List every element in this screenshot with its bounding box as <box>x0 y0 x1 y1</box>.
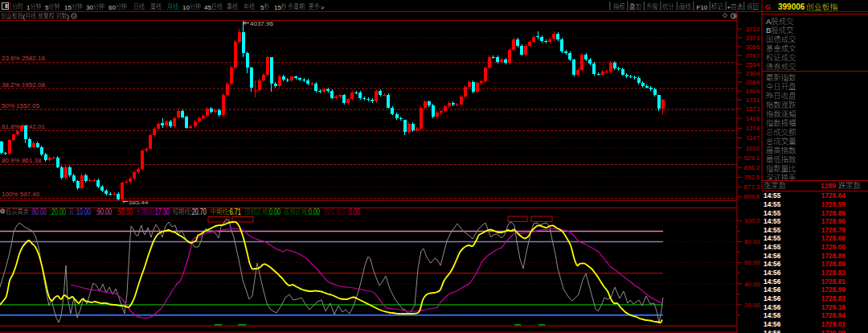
svg-text:14:55: 14:55 <box>764 191 781 199</box>
svg-text:40.00: 40.00 <box>744 281 760 288</box>
svg-text:100% 597.40: 100% 597.40 <box>2 191 40 198</box>
svg-text:1728.55: 1728.55 <box>821 200 846 208</box>
svg-text:1729.09: 1729.09 <box>821 329 846 333</box>
svg-text:1728.89: 1728.89 <box>821 209 846 217</box>
svg-text:14:55: 14:55 <box>764 200 781 208</box>
svg-text:14:56: 14:56 <box>764 320 781 328</box>
svg-text:1573: 1573 <box>746 105 760 113</box>
svg-text:1: 1 <box>27 4 31 11</box>
svg-text:>: > <box>321 4 325 11</box>
svg-text:752.5: 752.5 <box>743 174 760 181</box>
svg-text:3373: 3373 <box>746 35 760 42</box>
svg-text:3066: 3066 <box>746 43 760 51</box>
svg-text:3710: 3710 <box>746 26 760 33</box>
svg-text:1728.99: 1728.99 <box>821 286 846 294</box>
svg-text:15: 15 <box>64 4 72 11</box>
svg-text:1729.00: 1729.00 <box>821 243 846 251</box>
svg-text:61.8% 1242.01: 61.8% 1242.01 <box>2 123 45 130</box>
svg-text:5: 5 <box>260 4 264 11</box>
svg-text:1729.01: 1729.01 <box>821 320 846 328</box>
svg-text:1289: 1289 <box>821 182 836 190</box>
svg-text:1032: 1032 <box>746 145 760 152</box>
svg-text::6.71: :6.71 <box>228 208 241 216</box>
svg-text:1729.16: 1729.16 <box>821 303 846 311</box>
svg-text:1728.81: 1728.81 <box>821 278 846 286</box>
svg-text:14:56: 14:56 <box>764 260 781 268</box>
svg-text:609.6: 609.6 <box>743 193 760 200</box>
svg-text:14:55: 14:55 <box>764 234 781 242</box>
svg-text:10: 10 <box>182 4 190 11</box>
svg-text:1728.83: 1728.83 <box>821 294 846 302</box>
svg-text:F10: F10 <box>697 4 708 11</box>
svg-text:1731: 1731 <box>746 97 760 104</box>
svg-text:929.1: 929.1 <box>743 154 760 162</box>
svg-text:1728.79: 1728.79 <box>821 226 846 234</box>
svg-text:80.00: 80.00 <box>744 238 760 245</box>
svg-text:14:55: 14:55 <box>764 226 781 234</box>
svg-text:1728.89: 1728.89 <box>821 260 846 268</box>
svg-text:2094: 2094 <box>746 79 760 86</box>
svg-text:38.2% 1952.08: 38.2% 1952.08 <box>2 81 45 88</box>
svg-text::80.00: :80.00 <box>31 208 47 216</box>
svg-text:60.00: 60.00 <box>744 259 760 266</box>
svg-text:50% 1557.05: 50% 1557.05 <box>2 102 40 109</box>
svg-text:14:55: 14:55 <box>764 217 781 225</box>
svg-text::17.30: :17.30 <box>154 208 170 216</box>
svg-text:5: 5 <box>45 4 49 11</box>
svg-text::10.00: :10.00 <box>75 208 91 216</box>
svg-text:B: B <box>766 26 771 35</box>
svg-text:+: + <box>727 4 731 11</box>
svg-text:45: 45 <box>204 4 211 11</box>
svg-text::20.70: :20.70 <box>190 208 207 216</box>
svg-text:1904: 1904 <box>746 88 760 95</box>
svg-text:23.6% 2582.16: 23.6% 2582.16 <box>2 55 45 62</box>
svg-text:1728.94: 1728.94 <box>821 311 846 319</box>
svg-text:30: 30 <box>86 4 93 11</box>
svg-text::0.00: :0.00 <box>268 208 280 216</box>
svg-text:1728.64: 1728.64 <box>821 191 846 199</box>
svg-text:14:56: 14:56 <box>764 294 781 302</box>
svg-text:399006: 399006 <box>778 2 805 11</box>
svg-text:1728.66: 1728.66 <box>821 234 846 242</box>
svg-text::0.00: :0.00 <box>347 208 360 216</box>
svg-text:1728.96: 1728.96 <box>821 217 846 225</box>
svg-text:60: 60 <box>108 4 116 11</box>
svg-text:1274: 1274 <box>746 125 760 132</box>
svg-text:677.3: 677.3 <box>743 183 760 191</box>
svg-text:15: 15 <box>274 4 281 11</box>
svg-text:G: G <box>765 3 771 11</box>
svg-text:4037.96: 4037.96 <box>250 20 273 27</box>
svg-text:1147: 1147 <box>746 134 760 142</box>
svg-text:1728.86: 1728.86 <box>821 252 846 260</box>
svg-text:14:56: 14:56 <box>764 286 781 294</box>
svg-text:14:55: 14:55 <box>764 243 781 251</box>
svg-text:14:56: 14:56 <box>764 278 781 286</box>
svg-text:A: A <box>766 17 772 26</box>
svg-text:2534: 2534 <box>746 61 760 68</box>
svg-text::90.00: :90.00 <box>96 208 112 216</box>
svg-text:14:55: 14:55 <box>764 209 781 217</box>
svg-text::20.00: :20.00 <box>50 208 66 216</box>
svg-text:80.9% 861.38: 80.9% 861.38 <box>2 157 42 164</box>
svg-text:2304: 2304 <box>746 70 760 77</box>
svg-text:1416: 1416 <box>746 115 760 122</box>
svg-text:2787: 2787 <box>746 52 760 60</box>
svg-text:14:56: 14:56 <box>764 269 781 277</box>
svg-text::50.00: :50.00 <box>117 208 133 216</box>
svg-text:585.44: 585.44 <box>129 199 149 206</box>
svg-text:1728.82: 1728.82 <box>821 269 846 277</box>
svg-text:100.0: 100.0 <box>744 217 760 224</box>
svg-text:836.2: 836.2 <box>743 164 760 171</box>
svg-text:20.00: 20.00 <box>744 302 760 309</box>
svg-text:14:56: 14:56 <box>764 252 781 260</box>
svg-text:14:56: 14:56 <box>764 311 781 319</box>
svg-text::0.00: :0.00 <box>307 208 320 216</box>
svg-text:14:56: 14:56 <box>764 329 781 333</box>
svg-text:14:56: 14:56 <box>764 303 781 311</box>
